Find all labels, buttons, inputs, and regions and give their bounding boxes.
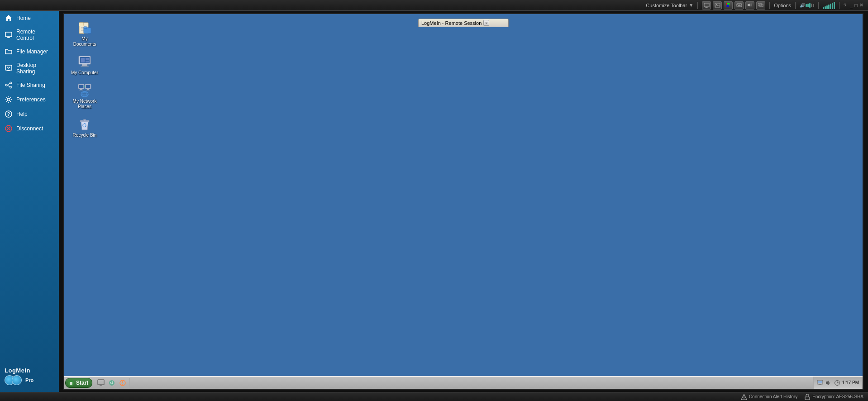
- sidebar-item-home[interactable]: Home: [0, 11, 59, 25]
- maximize-button[interactable]: □: [854, 3, 858, 8]
- my-network-places-label: My NetworkPlaces: [73, 99, 97, 110]
- toolbar-monitor-icon[interactable]: [702, 1, 711, 10]
- toolbar-separator-4: [818, 2, 819, 9]
- vol-bar-2: [807, 4, 809, 7]
- svg-rect-65: [83, 119, 86, 121]
- lock-icon: [804, 394, 811, 400]
- help-icon: ?: [5, 110, 13, 118]
- sidebar-item-file-sharing-label: File Sharing: [16, 82, 45, 88]
- svg-rect-67: [70, 382, 72, 385]
- svg-rect-3: [715, 3, 720, 7]
- svg-rect-7: [726, 5, 729, 7]
- signal-indicator: [823, 2, 835, 9]
- remote-session-close-btn[interactable]: ×: [483, 20, 489, 26]
- svg-marker-17: [5, 15, 12, 21]
- svg-rect-55: [86, 85, 91, 88]
- sig-bar-6: [832, 3, 833, 9]
- sidebar-item-file-sharing[interactable]: File Sharing: [0, 78, 59, 92]
- quicklaunch-btn-1[interactable]: [96, 378, 106, 388]
- sidebar-item-disconnect-label: Disconnect: [16, 125, 43, 132]
- my-computer-icon: [77, 54, 92, 69]
- svg-text:?: ?: [7, 112, 10, 117]
- vol-bar-1: [806, 4, 807, 7]
- taskbar-tray: 1:17 PM: [813, 377, 862, 389]
- toolbar-separator-1: [697, 2, 698, 9]
- svg-marker-14: [748, 3, 750, 7]
- svg-text:↺: ↺: [110, 381, 114, 385]
- svg-rect-45: [82, 64, 87, 66]
- tray-volume-icon[interactable]: [825, 379, 832, 387]
- sidebar-item-disconnect[interactable]: Disconnect: [0, 121, 59, 136]
- app-window: Customize Toolbar ▼: [0, 0, 868, 401]
- svg-rect-52: [80, 89, 82, 90]
- sidebar-item-file-manager-label: File Manager: [16, 48, 48, 55]
- sidebar-item-remote-control[interactable]: Remote Control: [0, 25, 59, 44]
- desktop-icon-recycle-bin[interactable]: Recycle Bin: [69, 115, 100, 140]
- file-manager-icon: [5, 48, 13, 56]
- bottom-status-bar: Connection Alert History Encryption: AES…: [0, 392, 868, 401]
- tray-network-icon[interactable]: [816, 379, 824, 387]
- svg-rect-56: [87, 89, 89, 90]
- volume-indicator: 🔊: [800, 3, 814, 8]
- sidebar-item-preferences-label: Preferences: [16, 96, 46, 103]
- my-documents-icon: [77, 20, 92, 35]
- disconnect-icon: [5, 124, 13, 133]
- svg-rect-46: [81, 66, 89, 67]
- svg-rect-21: [5, 65, 12, 70]
- chevron-down-icon: ▼: [689, 3, 693, 8]
- svg-rect-51: [79, 85, 84, 88]
- svg-point-75: [122, 384, 123, 385]
- svg-rect-18: [5, 32, 12, 37]
- desktop-icon-my-network-places[interactable]: My NetworkPlaces: [69, 81, 100, 111]
- toolbar-icons: [702, 1, 765, 10]
- svg-rect-8: [737, 4, 742, 7]
- desktop-icon-my-computer[interactable]: My Computer: [69, 53, 100, 77]
- sidebar-item-help[interactable]: ? Help: [0, 107, 59, 121]
- desktop-icons-container: MyDocuments: [69, 19, 100, 140]
- remote-session-titlebar: LogMeIn - Remote Session ×: [418, 19, 509, 27]
- options-btn[interactable]: Options: [774, 3, 791, 8]
- close-button[interactable]: ✕: [859, 2, 863, 8]
- toolbar-color-icon[interactable]: [724, 1, 733, 10]
- taskbar-clock: 1:17 PM: [842, 380, 859, 385]
- recycle-bin-icon: [77, 117, 92, 131]
- my-computer-label: My Computer: [71, 70, 98, 76]
- svg-rect-11: [739, 5, 740, 5]
- sig-bar-4: [828, 5, 830, 9]
- minimize-button[interactable]: _: [850, 3, 853, 8]
- toolbar-display2-icon[interactable]: [756, 1, 765, 10]
- encryption-status: Encryption: AES256-SHA: [804, 394, 863, 400]
- svg-rect-87: [805, 397, 810, 400]
- toolbar-separator-3: [795, 2, 796, 9]
- svg-rect-47: [81, 58, 85, 62]
- svg-rect-37: [79, 23, 83, 26]
- help-button[interactable]: ?: [844, 3, 846, 8]
- connection-alert-status[interactable]: Connection Alert History: [741, 394, 797, 400]
- sidebar-nav: Home Remote Control File Manager: [0, 11, 59, 360]
- sidebar-item-preferences[interactable]: Preferences: [0, 92, 59, 107]
- quicklaunch-btn-3[interactable]: [118, 378, 128, 388]
- toolbar-speaker-icon[interactable]: [745, 1, 754, 10]
- vol-bar-5: [813, 4, 814, 7]
- remote-screen[interactable]: LogMeIn - Remote Session ×: [63, 13, 863, 390]
- quicklaunch-btn-2[interactable]: ↺: [107, 378, 117, 388]
- svg-rect-53: [79, 90, 83, 91]
- customize-toolbar-btn[interactable]: Customize Toolbar: [646, 3, 687, 8]
- svg-rect-77: [818, 381, 822, 383]
- svg-point-29: [7, 98, 10, 101]
- svg-point-24: [10, 82, 12, 84]
- desktop-icon-my-documents[interactable]: MyDocuments: [69, 19, 100, 49]
- start-button[interactable]: Start: [65, 378, 92, 388]
- sidebar-item-desktop-sharing[interactable]: Desktop Sharing: [0, 59, 59, 78]
- svg-line-27: [7, 83, 10, 85]
- toolbar-picture-icon[interactable]: [713, 1, 722, 10]
- home-icon: [5, 14, 13, 22]
- toolbar-keyboard-icon[interactable]: [734, 1, 744, 10]
- svg-rect-13: [738, 5, 740, 6]
- logo-icon-group: Pro: [5, 375, 33, 385]
- sidebar-item-file-manager[interactable]: File Manager: [0, 44, 59, 59]
- toolbar-separator-5: [839, 2, 839, 9]
- sidebar-item-help-label: Help: [16, 111, 28, 117]
- remote-session-title: LogMeIn - Remote Session: [421, 20, 482, 26]
- svg-rect-10: [739, 5, 739, 5]
